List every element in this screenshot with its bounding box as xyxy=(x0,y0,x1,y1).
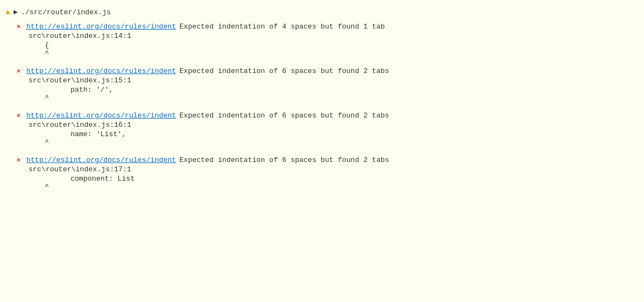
error-caret-2: ^ xyxy=(16,94,628,102)
error-x-mark-2: ✕ xyxy=(16,66,23,75)
error-line-4: ✕ http://eslint.org/docs/rules/indent Ex… xyxy=(16,155,628,164)
error-message-3: Expected indentation of 6 spaces but fou… xyxy=(179,111,389,120)
error-location-1: src\router\index.js:14:1 xyxy=(16,32,628,40)
error-x-mark-4: ✕ xyxy=(16,155,23,164)
error-caret-1: ^ xyxy=(16,49,628,58)
error-caret-4: ^ xyxy=(16,183,628,191)
error-location-4: src\router\index.js:17:1 xyxy=(16,165,628,174)
error-message-2: Expected indentation of 6 spaces but fou… xyxy=(179,67,389,75)
error-message-4: Expected indentation of 6 spaces but fou… xyxy=(179,156,389,164)
error-location-2: src\router\index.js:15:1 xyxy=(16,76,628,85)
error-block-2: ✕ http://eslint.org/docs/rules/indent Ex… xyxy=(16,66,628,102)
error-block-1: ✕ http://eslint.org/docs/rules/indent Ex… xyxy=(16,22,628,58)
error-block-3: ✕ http://eslint.org/docs/rules/indent Ex… xyxy=(16,111,628,147)
error-x-mark-1: ✕ xyxy=(16,22,23,31)
error-rule-link-3[interactable]: http://eslint.org/docs/rules/indent xyxy=(26,111,176,120)
main-container: ▲ ► ./src/router/index.js ✕ http://eslin… xyxy=(0,0,644,302)
error-rule-link-2[interactable]: http://eslint.org/docs/rules/indent xyxy=(26,67,176,75)
collapse-arrow[interactable]: ► xyxy=(13,8,18,16)
error-code-2: path: '/', xyxy=(16,86,628,94)
error-location-3: src\router\index.js:16:1 xyxy=(16,121,628,129)
error-message-1: Expected indentation of 4 spaces but fou… xyxy=(179,23,385,31)
error-code-4: component: List xyxy=(16,175,628,183)
error-block-4: ✕ http://eslint.org/docs/rules/indent Ex… xyxy=(16,155,628,191)
error-line-3: ✕ http://eslint.org/docs/rules/indent Ex… xyxy=(16,111,628,120)
file-path: ./src/router/index.js xyxy=(21,8,111,16)
error-line-2: ✕ http://eslint.org/docs/rules/indent Ex… xyxy=(16,66,628,75)
error-code-1: { xyxy=(16,41,628,49)
error-caret-3: ^ xyxy=(16,138,628,147)
file-header: ▲ ► ./src/router/index.js xyxy=(0,4,644,20)
error-code-3: name: 'List', xyxy=(16,130,628,138)
error-rule-link-4[interactable]: http://eslint.org/docs/rules/indent xyxy=(26,156,176,164)
error-x-mark-3: ✕ xyxy=(16,111,23,120)
errors-container: ✕ http://eslint.org/docs/rules/indent Ex… xyxy=(0,20,644,202)
error-rule-link-1[interactable]: http://eslint.org/docs/rules/indent xyxy=(26,23,176,31)
warning-icon: ▲ xyxy=(5,8,10,16)
error-line-1: ✕ http://eslint.org/docs/rules/indent Ex… xyxy=(16,22,628,31)
